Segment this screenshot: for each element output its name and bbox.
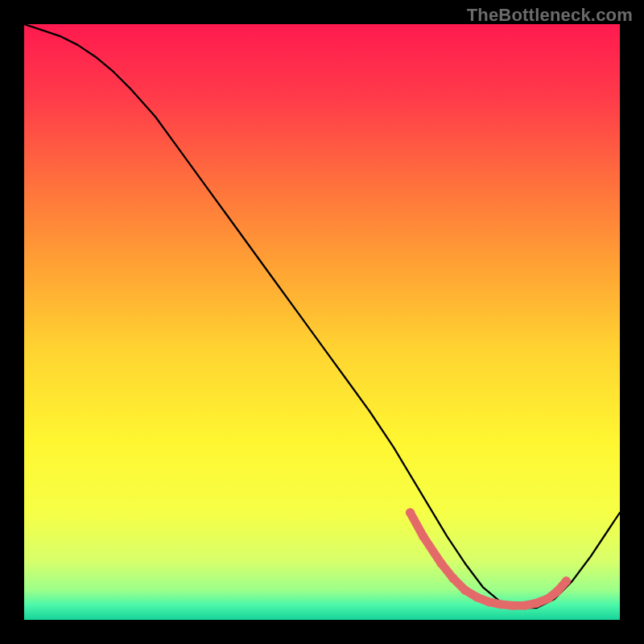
- highlight-dot: [473, 592, 481, 601]
- highlight-dot: [496, 600, 505, 609]
- highlight-dot: [544, 594, 553, 603]
- highlight-dot: [508, 601, 517, 610]
- highlight-dot: [532, 599, 541, 608]
- plot-area: [24, 24, 620, 620]
- highlight-dot: [562, 576, 571, 585]
- watermark-text: TheBottleneck.com: [467, 5, 633, 26]
- highlight-dot: [406, 508, 415, 517]
- highlight-dot: [419, 532, 427, 541]
- gradient-background: [24, 24, 620, 620]
- highlight-dot: [460, 585, 469, 594]
- chart-svg: [24, 24, 620, 620]
- highlight-dot: [436, 559, 445, 568]
- highlight-dot: [520, 601, 529, 610]
- chart-frame: TheBottleneck.com: [0, 0, 644, 644]
- highlight-dot: [485, 597, 493, 606]
- highlight-dot: [448, 574, 457, 583]
- highlight-dot: [553, 587, 562, 596]
